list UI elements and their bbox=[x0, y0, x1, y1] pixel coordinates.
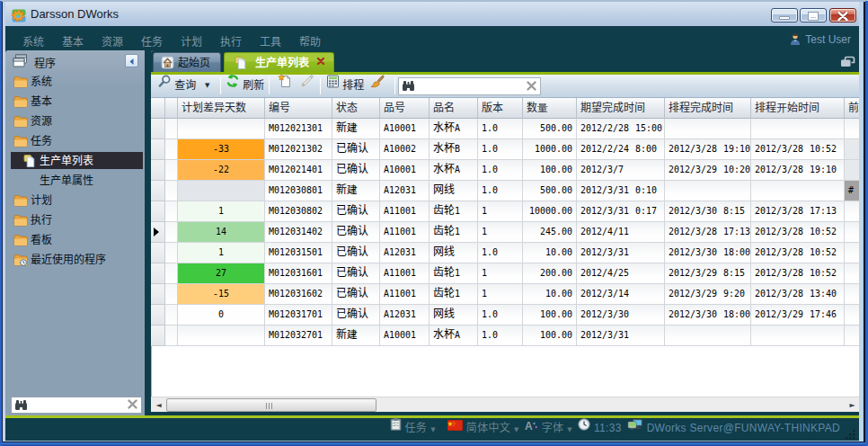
brush-button[interactable] bbox=[369, 75, 385, 97]
cell-quantity[interactable]: 200.00 bbox=[523, 263, 577, 284]
row-header[interactable] bbox=[151, 139, 165, 160]
cell-quantity[interactable]: 245.00 bbox=[523, 222, 577, 243]
row-header[interactable] bbox=[151, 181, 165, 201]
cell-sched-finish[interactable] bbox=[665, 181, 751, 201]
column-header-11[interactable]: 前置时间 bbox=[845, 98, 860, 119]
cell-status[interactable]: 新建 bbox=[332, 181, 380, 201]
cell-status[interactable]: 已确认 bbox=[332, 222, 380, 243]
status-item-1[interactable]: 任务▼ bbox=[390, 418, 436, 441]
cell-version[interactable]: 1 bbox=[478, 284, 523, 305]
cell-item-no[interactable]: A10001 bbox=[380, 326, 430, 346]
cell-sched-finish[interactable] bbox=[665, 326, 751, 346]
cell-due-time[interactable]: 2012/2/28 15:00 bbox=[577, 119, 665, 139]
toolbar-clear-icon[interactable] bbox=[527, 81, 536, 94]
cell-sched-start[interactable]: 2012/3/28 10:52 bbox=[751, 222, 845, 243]
refresh-button[interactable]: 刷新 bbox=[226, 75, 264, 97]
status-item-3[interactable]: A字体▼ bbox=[525, 418, 572, 441]
sidebar-item-1[interactable]: 系统 bbox=[5, 72, 145, 92]
cell-sched-start[interactable] bbox=[751, 181, 845, 201]
menu-item-4[interactable]: 任务 bbox=[141, 33, 163, 49]
cell-sched-finish[interactable]: 2012/3/29 9:20 bbox=[665, 284, 751, 305]
sidebar-item-4[interactable]: 任务 bbox=[5, 131, 145, 151]
cell-order-no[interactable]: M012030801 bbox=[265, 181, 332, 201]
sidebar-item-3[interactable]: 资源 bbox=[5, 112, 145, 131]
resize-grip-icon[interactable] bbox=[846, 427, 856, 438]
sidebar-item-9[interactable]: 看板 bbox=[5, 230, 145, 250]
column-header-8[interactable]: 期望完成时间 bbox=[577, 98, 665, 119]
user-info[interactable]: Test User bbox=[790, 33, 851, 48]
minimize-button[interactable] bbox=[771, 8, 798, 22]
cell-item-no[interactable]: A11001 bbox=[380, 284, 430, 305]
cell-quantity[interactable]: 500.00 bbox=[523, 181, 577, 201]
edit-button[interactable] bbox=[300, 75, 314, 97]
cell-diff-days[interactable]: 1 bbox=[178, 243, 265, 263]
menu-item-2[interactable]: 基本 bbox=[62, 33, 84, 49]
cell-diff-days[interactable]: -15 bbox=[178, 284, 265, 305]
tab-production-order-list[interactable]: 生产单列表 bbox=[224, 52, 334, 72]
cell-due-time[interactable]: 2012/4/11 bbox=[577, 222, 665, 243]
column-header-5[interactable]: 品名 bbox=[430, 98, 478, 119]
row-header[interactable] bbox=[151, 201, 165, 222]
cell-item-name[interactable]: 水杯A bbox=[430, 160, 478, 181]
cell-due-time[interactable]: 2012/4/25 bbox=[577, 263, 665, 284]
cell-due-time[interactable]: 2012/3/7 bbox=[577, 160, 665, 181]
status-item-2[interactable]: 简体中文▼ bbox=[447, 418, 519, 441]
query-dropdown-icon[interactable]: ▼ bbox=[205, 75, 209, 97]
cell-last[interactable] bbox=[845, 326, 860, 346]
scroll-left-button[interactable]: ◄ bbox=[151, 397, 166, 413]
cell-item-no[interactable]: A12031 bbox=[380, 305, 430, 326]
cell-item-no[interactable]: A10002 bbox=[380, 139, 430, 160]
cell-item-name[interactable]: 网线 bbox=[430, 243, 478, 263]
cell-sched-start[interactable]: 2012/3/28 10:52 bbox=[751, 263, 845, 284]
cell-version[interactable]: 1.0 bbox=[478, 139, 523, 160]
cell-diff-days[interactable]: -22 bbox=[178, 160, 265, 181]
menu-item-1[interactable]: 系统 bbox=[22, 33, 44, 49]
close-button[interactable] bbox=[829, 8, 856, 22]
cell-sched-finish[interactable]: 2012/3/28 17:13 bbox=[665, 222, 751, 243]
row-header[interactable] bbox=[151, 222, 165, 243]
cell-order-no[interactable]: M012021302 bbox=[265, 139, 332, 160]
cell-last[interactable] bbox=[845, 263, 860, 284]
new-button[interactable] bbox=[278, 75, 292, 97]
cell-item-name[interactable]: 齿轮1 bbox=[430, 284, 478, 305]
cell-item-no[interactable]: A11001 bbox=[380, 222, 430, 243]
cell-diff-days[interactable]: 1 bbox=[178, 201, 265, 222]
cell-due-time[interactable]: 2012/3/31 0:17 bbox=[577, 201, 665, 222]
cell-last[interactable] bbox=[845, 160, 860, 181]
scroll-thumb[interactable] bbox=[166, 398, 376, 412]
cell-sched-start[interactable]: 2012/3/28 13:40 bbox=[751, 284, 845, 305]
cell-diff-days[interactable] bbox=[178, 326, 265, 346]
cell-last[interactable] bbox=[845, 201, 860, 222]
cell-status[interactable]: 已确认 bbox=[332, 201, 380, 222]
cell-item-name[interactable]: 齿轮1 bbox=[430, 222, 478, 243]
cell-order-no[interactable]: M012032701 bbox=[265, 326, 332, 346]
cell-last[interactable] bbox=[845, 222, 860, 243]
cell-order-no[interactable]: M012031602 bbox=[265, 284, 332, 305]
cell-last[interactable]: # bbox=[845, 181, 860, 201]
menu-item-8[interactable]: 帮助 bbox=[299, 33, 321, 49]
row-header[interactable] bbox=[151, 284, 165, 305]
cell-sched-start[interactable] bbox=[751, 119, 845, 139]
column-header-7[interactable]: 数量 bbox=[523, 98, 577, 119]
cell-sched-start[interactable]: 2012/3/28 10:52 bbox=[751, 243, 845, 263]
cell-status[interactable]: 已确认 bbox=[332, 305, 380, 326]
maximize-button[interactable] bbox=[800, 8, 827, 22]
cell-item-no[interactable]: A11001 bbox=[380, 263, 430, 284]
column-header-10[interactable]: 排程开始时间 bbox=[751, 98, 845, 119]
sidebar-item-2[interactable]: 基本 bbox=[5, 92, 145, 112]
tab-start-page[interactable]: 起始页 bbox=[153, 52, 221, 72]
tab-close-icon[interactable] bbox=[315, 57, 326, 67]
cell-version[interactable]: 1.0 bbox=[478, 160, 523, 181]
cell-version[interactable]: 1 bbox=[478, 201, 523, 222]
menu-item-7[interactable]: 工具 bbox=[260, 33, 281, 49]
sidebar-search-input[interactable] bbox=[30, 398, 124, 411]
sidebar-item-10[interactable]: 最近使用的程序 bbox=[5, 250, 145, 270]
cell-quantity[interactable]: 100.00 bbox=[523, 326, 577, 346]
cell-status[interactable]: 已确认 bbox=[332, 243, 380, 263]
cell-status[interactable]: 已确认 bbox=[332, 139, 380, 160]
cell-quantity[interactable]: 100.00 bbox=[523, 305, 577, 326]
cell-item-name[interactable]: 齿轮1 bbox=[430, 263, 478, 284]
row-header[interactable] bbox=[151, 243, 165, 263]
cell-quantity[interactable]: 500.00 bbox=[523, 119, 577, 139]
menu-item-5[interactable]: 计划 bbox=[181, 33, 202, 49]
